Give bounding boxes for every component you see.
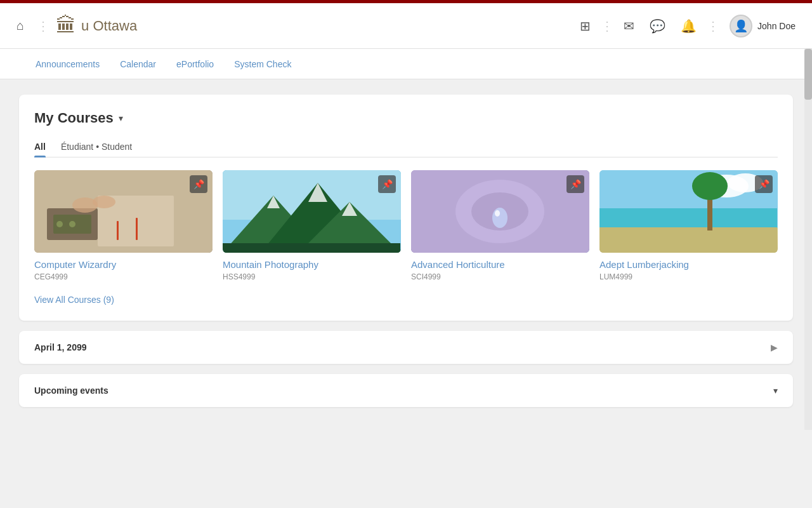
svg-point-4 xyxy=(69,221,75,227)
notifications-button[interactable]: 🔔 xyxy=(674,13,703,39)
bell-icon: 🔔 xyxy=(681,19,697,33)
course-card-2[interactable]: 📌 Advanced Horticulture SCI4999 xyxy=(411,170,589,281)
header-right: ⊞ ⋮ ✉ 💬 🔔 ⋮ 👤 John Doe xyxy=(573,11,802,41)
scrollbar-track[interactable] xyxy=(804,49,812,430)
separator-3: ⋮ xyxy=(707,18,719,34)
tab-all[interactable]: All xyxy=(34,137,46,157)
arrow-right-icon: ▶ xyxy=(771,342,778,352)
svg-point-23 xyxy=(495,210,500,217)
course-card-3[interactable]: 📌 Adept Lumberjacking LUM4999 xyxy=(599,170,778,281)
svg-rect-28 xyxy=(599,227,777,253)
course-image-2 xyxy=(411,170,589,253)
pin-button-0[interactable]: 📌 xyxy=(190,175,207,193)
course-name-0: Computer Wizardry xyxy=(34,259,213,270)
course-image-container-0: 📌 xyxy=(34,170,213,253)
date-text: April 1, 2099 xyxy=(34,342,87,352)
chevron-down-icon[interactable]: ▾ xyxy=(119,113,123,123)
nav-item-system-check[interactable]: System Check xyxy=(224,51,301,77)
avatar: 👤 xyxy=(730,15,752,37)
header: ⌂ ⋮ 🏛 u Ottawa ⊞ ⋮ ✉ 💬 🔔 ⋮ 👤 John Doe xyxy=(0,3,812,49)
mail-button[interactable]: ✉ xyxy=(617,13,641,39)
pin-button-1[interactable]: 📌 xyxy=(378,175,396,193)
nav-item-calendar[interactable]: Calendar xyxy=(110,51,166,77)
chat-button[interactable]: 💬 xyxy=(643,13,672,39)
logo-text: u Ottawa xyxy=(81,18,137,34)
mail-icon: ✉ xyxy=(624,19,634,33)
course-name-3: Adept Lumberjacking xyxy=(599,259,778,270)
course-image-3 xyxy=(599,170,778,253)
course-name-1: Mountain Photography xyxy=(223,259,401,270)
course-image-1 xyxy=(223,170,401,253)
course-image-container-3: 📌 xyxy=(599,170,778,253)
course-code-3: LUM4999 xyxy=(599,272,778,281)
course-code-2: SCI4999 xyxy=(411,272,589,281)
separator-2: ⋮ xyxy=(601,18,613,34)
user-name: John Doe xyxy=(757,21,796,31)
scrollbar-thumb[interactable] xyxy=(804,49,812,100)
course-tabs: All Étudiant • Student xyxy=(34,137,778,157)
main-content: My Courses ▾ All Étudiant • Student xyxy=(0,79,812,432)
my-courses-header: My Courses ▾ xyxy=(34,110,778,126)
svg-point-7 xyxy=(93,196,115,208)
navbar: Announcements Calendar ePortfolio System… xyxy=(0,49,812,79)
university-icon: 🏛 xyxy=(56,14,76,37)
home-button[interactable]: ⌂ xyxy=(10,13,30,38)
upcoming-events-label: Upcoming events xyxy=(34,385,108,396)
grid-button[interactable]: ⊞ xyxy=(573,13,597,39)
course-image-container-2: 📌 xyxy=(411,170,589,253)
nav-item-eportfolio[interactable]: ePortfolio xyxy=(166,51,224,77)
svg-point-30 xyxy=(692,172,728,200)
chat-icon: 💬 xyxy=(650,19,665,33)
course-image-0 xyxy=(34,170,213,253)
course-card-0[interactable]: 📌 Computer Wizardry CEG4999 xyxy=(34,170,213,281)
upcoming-events-card[interactable]: Upcoming events ▾ xyxy=(19,374,793,407)
svg-point-22 xyxy=(492,208,508,228)
course-image-container-1: 📌 xyxy=(223,170,401,253)
pin-button-3[interactable]: 📌 xyxy=(755,175,773,193)
course-card-1[interactable]: 📌 Mountain Photography HSS4999 xyxy=(223,170,401,281)
svg-rect-9 xyxy=(136,218,138,240)
date-card[interactable]: April 1, 2099 ▶ xyxy=(19,331,793,364)
header-left: ⌂ ⋮ 🏛 u Ottawa xyxy=(10,13,573,38)
avatar-icon: 👤 xyxy=(734,19,748,33)
course-code-1: HSS4999 xyxy=(223,272,401,281)
view-all-courses-link[interactable]: View All Courses (9) xyxy=(34,295,114,305)
logo[interactable]: 🏛 u Ottawa xyxy=(56,14,137,37)
svg-rect-18 xyxy=(223,243,400,253)
chevron-down-upcoming-icon: ▾ xyxy=(773,385,778,396)
my-courses-card: My Courses ▾ All Étudiant • Student xyxy=(19,95,793,321)
course-code-0: CEG4999 xyxy=(34,272,213,281)
user-menu[interactable]: 👤 John Doe xyxy=(723,11,802,41)
grid-icon: ⊞ xyxy=(580,19,591,33)
separator-1: ⋮ xyxy=(37,18,49,34)
nav-item-announcements[interactable]: Announcements xyxy=(25,51,110,77)
tab-etudiant[interactable]: Étudiant • Student xyxy=(61,137,132,157)
courses-grid: 📌 Computer Wizardry CEG4999 xyxy=(34,170,778,281)
pin-button-2[interactable]: 📌 xyxy=(566,175,584,193)
svg-point-3 xyxy=(56,221,63,227)
course-name-2: Advanced Horticulture xyxy=(411,259,589,270)
svg-rect-8 xyxy=(117,221,119,240)
my-courses-title: My Courses xyxy=(34,110,114,126)
